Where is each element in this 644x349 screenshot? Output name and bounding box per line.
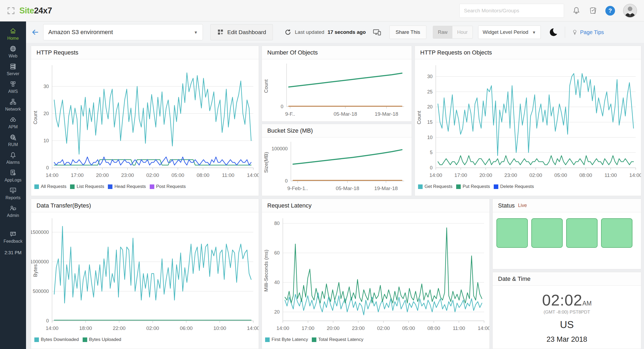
svg-text:0: 0 (46, 318, 49, 323)
legend-item[interactable]: Get Requests (418, 184, 452, 189)
legend-item[interactable]: Head Requests (108, 184, 146, 189)
svg-text:14:00: 14:00 (478, 325, 489, 331)
legend-item[interactable]: All Requests (34, 184, 66, 189)
svg-text:02:00: 02:00 (146, 325, 159, 331)
status-box[interactable] (531, 218, 563, 248)
legend-color-chip (456, 184, 461, 189)
dashboard-grid: HTTP Requests 0102030Count14:0017:0020:0… (26, 43, 644, 349)
widget-number-of-objects: Number Of Objects 0Count9-F..05-Mar-1819… (262, 46, 412, 122)
sidebar-item-server[interactable]: Server (0, 61, 26, 78)
legend-color-chip (494, 184, 498, 189)
edit-dashboard-button[interactable]: Edit Dashboard (210, 24, 273, 40)
share-this-button[interactable]: Share This (389, 26, 426, 39)
legend-item[interactable]: Delete Requests (494, 184, 534, 189)
widget-request-latency: Request Latency 20406080Milli-Seconds (m… (262, 199, 490, 349)
svg-text:19-Mar-18: 19-Mar-18 (374, 186, 398, 191)
legend-item[interactable]: Bytes Downloaded (34, 337, 79, 342)
widget-http-requests-on-objects: HTTP Requests on Objects 051015202530Cou… (415, 46, 641, 196)
expand-icon[interactable] (7, 7, 15, 15)
legend-color-chip (150, 184, 154, 189)
dark-mode-moon-icon[interactable] (549, 28, 558, 37)
legend-color-chip (108, 184, 112, 189)
sidebar-item-apm[interactable]: APM (0, 114, 26, 132)
sidebar-item-feedback[interactable]: Feedback (0, 228, 26, 246)
svg-text:60: 60 (274, 250, 280, 256)
user-avatar[interactable] (623, 4, 637, 18)
legend-color-chip (265, 337, 270, 342)
widget-level-period-select[interactable]: Widget Level Period ▼ (478, 26, 541, 39)
sidebar-item-reports[interactable]: Reports (0, 185, 26, 202)
svg-text:17:00: 17:00 (302, 325, 314, 331)
svg-text:20:00: 20:00 (327, 325, 340, 331)
top-bar: Site24x7 ? (0, 0, 644, 21)
svg-text:1500000: 1500000 (31, 230, 49, 235)
sidebar-item-aws[interactable]: AWS (0, 78, 26, 96)
widget-bucket-size: Bucket Size (MB) 0100000Size(MB)9-Feb-1.… (262, 124, 412, 196)
request-latency-chart[interactable]: 20406080Milli-Seconds (ms)14:0017:0020:0… (262, 212, 489, 336)
svg-text:02:00: 02:00 (529, 172, 542, 178)
legend-color-chip (418, 184, 423, 189)
dashboard-selector[interactable]: Amazon S3 environment ▼ (43, 24, 203, 40)
refresh-icon[interactable] (284, 28, 292, 36)
date: 23 Mar 2018 (493, 335, 641, 344)
live-badge: Live (518, 203, 527, 208)
sidebar-clock: 2:31 PM (5, 250, 21, 256)
status-box[interactable] (496, 218, 528, 248)
svg-text:02:00: 02:00 (146, 172, 159, 178)
sidebar-item-web[interactable]: Web (0, 43, 26, 61)
notifications-bell-icon[interactable] (572, 6, 581, 15)
legend-item[interactable]: First Byte Latency (265, 337, 308, 342)
svg-text:0: 0 (430, 165, 433, 170)
number-of-objects-chart[interactable]: 0Count9-F..05-Mar-1819-Mar-18 (262, 59, 412, 121)
svg-text:10: 10 (43, 138, 49, 143)
admin-icon (9, 205, 17, 212)
widget-title: HTTP Requests (36, 49, 78, 56)
widget-title: Status (498, 202, 515, 209)
sidebar-item-home[interactable]: Home (0, 25, 26, 43)
raw-hour-toggle: Raw Hour (433, 26, 473, 39)
legend-color-chip (312, 337, 316, 342)
svg-text:08:00: 08:00 (197, 172, 210, 178)
legend-item[interactable]: List Requests (70, 184, 104, 189)
sidebar-item-admin[interactable]: Admin (0, 202, 26, 220)
alarm-bell-icon (9, 151, 17, 159)
chevron-down-icon: ▼ (194, 30, 198, 35)
legend-label: Bytes Downloaded (41, 337, 79, 342)
http-requests-on-objects-chart[interactable]: 051015202530Count14:0017:0020:0023:0002:… (415, 59, 641, 183)
legend-item[interactable]: Put Requests (456, 184, 490, 189)
devices-icon[interactable] (373, 28, 381, 37)
svg-text:20: 20 (274, 309, 280, 315)
raw-toggle[interactable]: Raw (433, 26, 452, 38)
sidebar-item-alarms[interactable]: Alarms (0, 149, 26, 167)
svg-text:05:00: 05:00 (402, 325, 415, 331)
legend-label: First Byte Latency (272, 337, 308, 342)
aws-cubes-icon (9, 81, 17, 88)
svg-text:1000000: 1000000 (31, 259, 49, 264)
status-box[interactable] (566, 218, 598, 248)
svg-text:22:00: 22:00 (113, 325, 126, 331)
status-box[interactable] (601, 218, 632, 248)
data-transfer-chart[interactable]: 050000010000001500000Bytes14:0018:0022:0… (31, 212, 259, 336)
hour-toggle[interactable]: Hour (452, 26, 473, 38)
sidebar-item-rum[interactable]: RUM (0, 132, 26, 149)
svg-text:Count: Count (263, 79, 269, 93)
tasks-icon[interactable] (589, 6, 597, 15)
legend-item[interactable]: Post Requests (150, 184, 186, 189)
site24x7-logo[interactable]: Site24x7 (19, 6, 52, 16)
sidebar-item-network[interactable]: Network (0, 96, 26, 114)
legend-item[interactable]: Total Request Latency (312, 337, 363, 342)
svg-text:14:00: 14:00 (247, 172, 259, 178)
help-icon[interactable]: ? (605, 6, 615, 16)
http-requests-chart[interactable]: 0102030Count14:0017:0020:0023:0002:0005:… (31, 59, 259, 183)
svg-text:05-Mar-18: 05-Mar-18 (334, 111, 357, 117)
back-arrow-icon[interactable] (31, 28, 39, 36)
bucket-size-chart[interactable]: 0100000Size(MB)9-Feb-1..05-Mar-1819-Mar-… (262, 137, 412, 195)
search-input[interactable] (459, 4, 564, 18)
widget-title: Bucket Size (MB) (267, 127, 313, 134)
network-icon (9, 98, 17, 106)
region: US (493, 319, 641, 330)
sidebar-item-applogs[interactable]: AppLogs (0, 167, 26, 185)
legend-item[interactable]: Bytes Uploaded (83, 337, 121, 342)
svg-text:08:00: 08:00 (427, 325, 440, 331)
page-tips-link[interactable]: Page Tips (572, 29, 604, 35)
